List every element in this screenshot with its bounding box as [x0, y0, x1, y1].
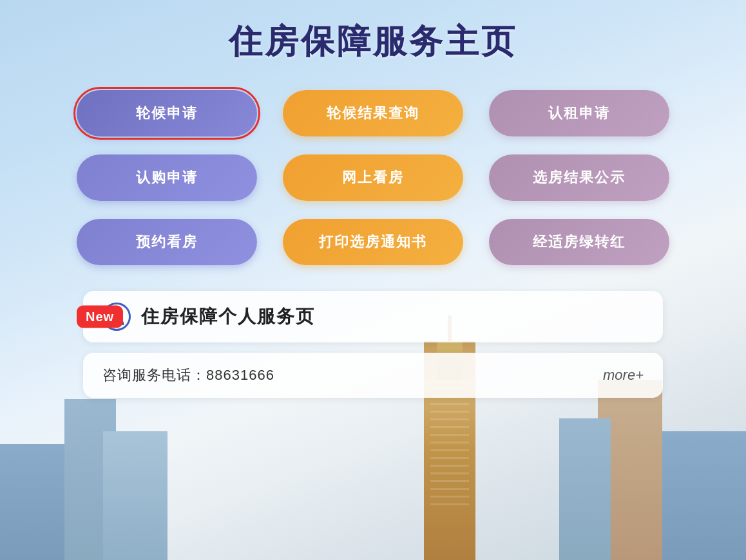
- btn-room-result[interactable]: 选房结果公示: [489, 154, 669, 201]
- building-left-3: [103, 431, 167, 560]
- btn-appoint-view[interactable]: 预约看房: [77, 219, 257, 265]
- btn-rent-apply[interactable]: 认租申请: [489, 90, 669, 136]
- btn-green-red[interactable]: 经适房绿转红: [489, 219, 669, 265]
- building-right-1: [649, 431, 746, 560]
- personal-service-card[interactable]: New 住房保障个人服务页: [83, 291, 663, 342]
- main-content: 住房保障服务主页 轮候申请 轮候结果查询 认租申请 认购申请 网上看房 选房结果…: [0, 0, 746, 398]
- btn-waiting-apply[interactable]: 轮候申请: [77, 90, 257, 136]
- more-link[interactable]: more+: [603, 367, 644, 384]
- cards-area: New 住房保障个人服务页 咨询服务电话：88631666 more+: [83, 291, 663, 398]
- new-badge: New: [77, 306, 123, 328]
- building-right-3: [559, 418, 611, 560]
- btn-purchase-apply[interactable]: 认购申请: [77, 154, 257, 201]
- hotline-card[interactable]: 咨询服务电话：88631666 more+: [83, 353, 663, 398]
- hotline-text: 咨询服务电话：88631666: [102, 366, 274, 385]
- btn-waiting-result[interactable]: 轮候结果查询: [283, 90, 463, 136]
- btn-online-view[interactable]: 网上看房: [283, 154, 463, 201]
- page-title: 住房保障服务主页: [229, 19, 517, 64]
- service-buttons-grid: 轮候申请 轮候结果查询 认租申请 认购申请 网上看房 选房结果公示 预约看房 打…: [77, 90, 669, 265]
- btn-print-notice[interactable]: 打印选房通知书: [283, 219, 463, 265]
- personal-service-title: 住房保障个人服务页: [141, 304, 315, 329]
